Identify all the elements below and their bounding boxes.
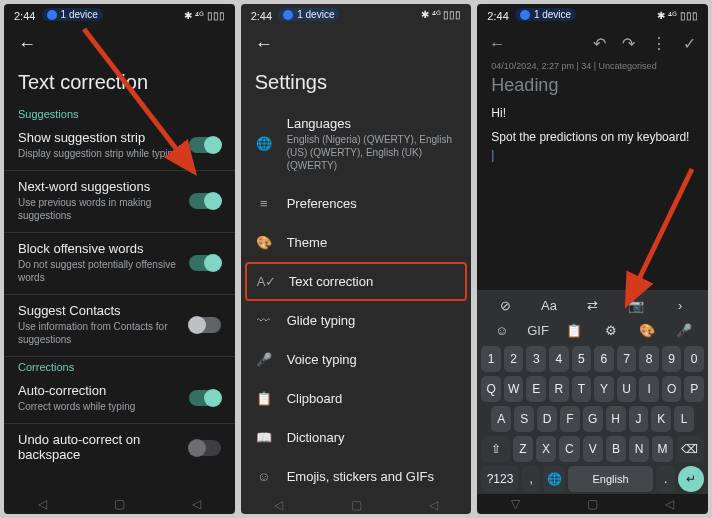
key-9[interactable]: 9 (662, 346, 682, 372)
key-backspace[interactable]: ⌫ (676, 436, 704, 462)
row-title: Glide typing (287, 313, 356, 328)
nav-back-icon[interactable]: ◁ (38, 497, 47, 511)
key-g[interactable]: G (583, 406, 603, 432)
note-line[interactable]: Hi! (477, 104, 708, 122)
note-line[interactable]: Spot the predictions on my keyboard! (477, 128, 708, 146)
key-z[interactable]: Z (513, 436, 533, 462)
key-4[interactable]: 4 (549, 346, 569, 372)
nav-home-icon[interactable]: ▢ (114, 497, 125, 511)
key-w[interactable]: W (504, 376, 524, 402)
key-e[interactable]: E (526, 376, 546, 402)
mic-icon[interactable]: 🎤 (673, 323, 695, 338)
more-icon[interactable]: ⋮ (651, 34, 667, 53)
gif-icon[interactable]: GIF (527, 323, 549, 338)
key-s[interactable]: S (514, 406, 534, 432)
key-d[interactable]: D (537, 406, 557, 432)
row-title: Voice typing (287, 352, 357, 367)
key-y[interactable]: Y (594, 376, 614, 402)
palette-icon[interactable]: 🎨 (636, 323, 658, 338)
row-suggestion-strip[interactable]: Show suggestion strip Display suggestion… (4, 122, 235, 171)
row-next-word[interactable]: Next-word suggestions Use previous words… (4, 171, 235, 233)
key-3[interactable]: 3 (526, 346, 546, 372)
row-auto-correction[interactable]: Auto-correction Correct words while typi… (4, 375, 235, 424)
arrows-icon[interactable]: ⇄ (582, 298, 604, 313)
key-m[interactable]: M (652, 436, 672, 462)
settings-preferences[interactable]: ≡ Preferences (241, 184, 472, 223)
key-u[interactable]: U (617, 376, 637, 402)
undo-icon[interactable]: ↶ (593, 34, 606, 53)
key-period[interactable]: . (656, 466, 675, 492)
back-icon[interactable]: ← (18, 34, 36, 55)
settings-glide[interactable]: 〰 Glide typing (241, 301, 472, 340)
key-v[interactable]: V (583, 436, 603, 462)
chevron-right-icon[interactable]: › (669, 298, 691, 313)
key-space[interactable]: English (568, 466, 654, 492)
key-t[interactable]: T (572, 376, 592, 402)
clipboard-icon[interactable]: 📋 (563, 323, 585, 338)
gear-icon[interactable]: ⚙ (600, 323, 622, 338)
redo-icon[interactable]: ↷ (622, 34, 635, 53)
back-icon[interactable]: ← (255, 34, 273, 55)
row-suggest-contacts[interactable]: Suggest Contacts Use information from Co… (4, 295, 235, 357)
key-i[interactable]: I (639, 376, 659, 402)
key-b[interactable]: B (606, 436, 626, 462)
key-shift[interactable]: ⇧ (481, 436, 509, 462)
check-icon[interactable]: ✓ (683, 34, 696, 53)
note-heading[interactable]: Heading (477, 75, 708, 104)
row-undo-autocorrect[interactable]: Undo auto-correct on backspace (4, 424, 235, 474)
nav-back-icon[interactable]: ◁ (274, 498, 283, 512)
nav-recent-icon[interactable]: ◁ (665, 497, 674, 511)
sticker-icon[interactable]: ☺ (491, 323, 513, 338)
key-5[interactable]: 5 (572, 346, 592, 372)
toggle-auto-correction[interactable] (189, 390, 221, 406)
key-2[interactable]: 2 (504, 346, 524, 372)
nav-home-icon[interactable]: ▢ (351, 498, 362, 512)
key-6[interactable]: 6 (594, 346, 614, 372)
toggle-suggest-contacts[interactable] (189, 317, 221, 333)
key-symbols[interactable]: ?123 (481, 466, 518, 492)
key-o[interactable]: O (662, 376, 682, 402)
settings-emoji[interactable]: ☺ Emojis, stickers and GIFs (241, 457, 472, 496)
settings-dictionary[interactable]: 📖 Dictionary (241, 418, 472, 457)
key-j[interactable]: J (629, 406, 649, 432)
section-suggestions: Suggestions (4, 104, 235, 122)
settings-clipboard[interactable]: 📋 Clipboard (241, 379, 472, 418)
key-n[interactable]: N (629, 436, 649, 462)
key-0[interactable]: 0 (684, 346, 704, 372)
kbd-row-bottom: ?123 , 🌐 English . ↵ (481, 466, 704, 492)
camera-icon[interactable]: 📷 (625, 298, 647, 313)
settings-text-correction[interactable]: A✓ Text correction (245, 262, 468, 301)
nav-home-icon[interactable]: ▢ (587, 497, 598, 511)
approve-icon[interactable]: ⊘ (494, 298, 516, 313)
settings-voice[interactable]: 🎤 Voice typing (241, 340, 472, 379)
settings-theme[interactable]: 🎨 Theme (241, 223, 472, 262)
settings-languages[interactable]: 🌐 Languages English (Nigeria) (QWERTY), … (241, 104, 472, 184)
key-c[interactable]: C (559, 436, 579, 462)
toggle-block-offensive[interactable] (189, 255, 221, 271)
nav-recent-icon[interactable]: ◁ (192, 497, 201, 511)
key-h[interactable]: H (606, 406, 626, 432)
key-8[interactable]: 8 (639, 346, 659, 372)
key-k[interactable]: K (651, 406, 671, 432)
key-1[interactable]: 1 (481, 346, 501, 372)
key-f[interactable]: F (560, 406, 580, 432)
key-lang[interactable]: 🌐 (543, 466, 564, 492)
row-title: Show suggestion strip (18, 130, 179, 145)
key-l[interactable]: L (674, 406, 694, 432)
nav-recent-icon[interactable]: ◁ (429, 498, 438, 512)
toggle-next-word[interactable] (189, 193, 221, 209)
key-q[interactable]: Q (481, 376, 501, 402)
key-enter[interactable]: ↵ (678, 466, 704, 492)
font-icon[interactable]: Aa (538, 298, 560, 313)
key-p[interactable]: P (684, 376, 704, 402)
key-a[interactable]: A (491, 406, 511, 432)
key-comma[interactable]: , (522, 466, 541, 492)
key-7[interactable]: 7 (617, 346, 637, 372)
back-icon[interactable]: ← (489, 35, 505, 53)
toggle-suggestion-strip[interactable] (189, 137, 221, 153)
toggle-undo-autocorrect[interactable] (189, 440, 221, 456)
key-r[interactable]: R (549, 376, 569, 402)
nav-back-icon[interactable]: ▽ (511, 497, 520, 511)
row-block-offensive[interactable]: Block offensive words Do not suggest pot… (4, 233, 235, 295)
key-x[interactable]: X (536, 436, 556, 462)
